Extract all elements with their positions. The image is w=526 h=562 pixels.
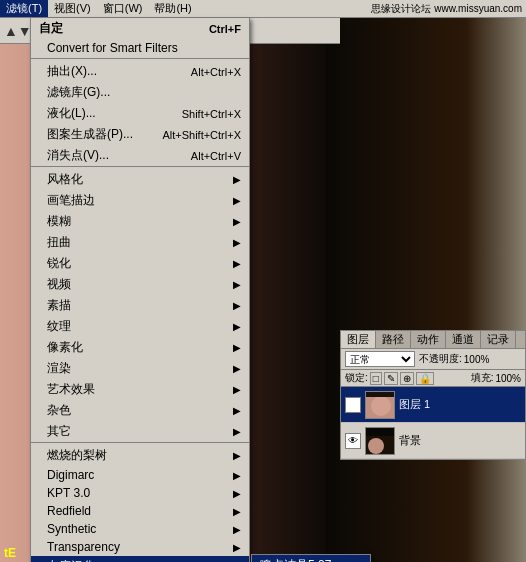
lock-icon-pixels[interactable]: □ (370, 372, 382, 385)
layer-1-visibility-icon[interactable]: 👁 (345, 397, 361, 413)
menu-item-sketch[interactable]: 素描 ▶ (31, 295, 249, 316)
menu-item-noise[interactable]: 杂色 ▶ (31, 400, 249, 421)
menu-item-pattern-maker[interactable]: 图案生成器(P)... Alt+Shift+Ctrl+X (31, 124, 249, 145)
menu-item-video[interactable]: 视频 ▶ (31, 274, 249, 295)
menu-item-burning-pear-label: 燃烧的梨树 (47, 447, 107, 464)
menu-item-kpt[interactable]: KPT 3.0 ▶ (31, 484, 249, 502)
tab-channels-label: 通道 (452, 332, 474, 347)
layer-bg-thumbnail (365, 427, 395, 455)
lock-label: 锁定: (345, 371, 368, 385)
menu-item-burning-pear[interactable]: 燃烧的梨树 ▶ (31, 445, 249, 466)
arrow-icon-texture: ▶ (233, 321, 241, 332)
menu-item-vanishing-point-label: 消失点(V)... (47, 147, 109, 164)
layer-bg-name: 背景 (399, 433, 521, 448)
menu-item-sharpen[interactable]: 锐化 ▶ (31, 253, 249, 274)
layer-bg-visibility-icon[interactable]: 👁 (345, 433, 361, 449)
menu-bar-item-filter[interactable]: 滤镜(T) (0, 0, 48, 17)
svg-rect-5 (366, 428, 395, 436)
menu-item-extract-shortcut: Alt+Ctrl+X (191, 66, 241, 78)
arrow-icon-transparency: ▶ (233, 542, 241, 553)
menu-item-liquify-shortcut: Shift+Ctrl+X (182, 108, 241, 120)
menu-item-qidu[interactable]: 七度汉化 ▶ 噢点洁具5.07 (31, 556, 249, 562)
menu-item-liquify[interactable]: 液化(L)... Shift+Ctrl+X (31, 103, 249, 124)
menu-item-stylize-label: 风格化 (47, 171, 83, 188)
menu-item-pattern-maker-shortcut: Alt+Shift+Ctrl+X (162, 129, 241, 141)
arrow-icon-video: ▶ (233, 279, 241, 290)
menu-item-stylize[interactable]: 风格化 ▶ (31, 169, 249, 190)
tab-channels[interactable]: 通道 (446, 331, 481, 348)
menu-item-extract-label: 抽出(X)... (47, 63, 97, 80)
menu-item-redfield-label: Redfield (47, 504, 91, 518)
menu-item-artistic[interactable]: 艺术效果 ▶ (31, 379, 249, 400)
menu-item-render[interactable]: 渲染 ▶ (31, 358, 249, 379)
menu-item-other[interactable]: 其它 ▶ (31, 421, 249, 443)
tab-history-label: 记录 (487, 332, 509, 347)
opacity-label: 不透明度: (419, 352, 462, 366)
menu-item-brush-strokes-label: 画笔描边 (47, 192, 95, 209)
arrow-icon-sketch: ▶ (233, 300, 241, 311)
arrow-icon-synthetic: ▶ (233, 524, 241, 535)
arrow-icon-noise: ▶ (233, 405, 241, 416)
menu-item-synthetic[interactable]: Synthetic ▶ (31, 520, 249, 538)
menu-bar-item-view[interactable]: 视图(V) (48, 0, 97, 17)
tab-actions[interactable]: 动作 (411, 331, 446, 348)
menu-item-brush-strokes[interactable]: 画笔描边 ▶ (31, 190, 249, 211)
lock-icon-all[interactable]: 🔒 (416, 372, 434, 385)
menu-item-digimarc-label: Digimarc (47, 468, 94, 482)
top-info-bar: 思缘设计论坛 www.missyuan.com (340, 0, 526, 18)
menu-item-filter-gallery-label: 滤镜库(G)... (47, 84, 110, 101)
menu-item-texture[interactable]: 纹理 ▶ (31, 316, 249, 337)
arrow-icon-render: ▶ (233, 363, 241, 374)
menu-item-blur[interactable]: 模糊 ▶ (31, 211, 249, 232)
blend-mode-select[interactable]: 正常 (345, 351, 415, 367)
svg-point-1 (371, 396, 391, 416)
menu-item-sharpen-label: 锐化 (47, 255, 71, 272)
menu-item-liquify-label: 液化(L)... (47, 105, 96, 122)
tab-layers[interactable]: 图层 (341, 331, 376, 348)
menu-item-blur-label: 模糊 (47, 213, 71, 230)
lock-icon-move[interactable]: ✎ (384, 372, 398, 385)
arrow-icon-distort: ▶ (233, 237, 241, 248)
menu-item-noise-label: 杂色 (47, 402, 71, 419)
menu-item-filter-gallery[interactable]: 滤镜库(G)... (31, 82, 249, 103)
arrow-icon-sharpen: ▶ (233, 258, 241, 269)
submenu-item-qidu[interactable]: 噢点洁具5.07 (252, 555, 370, 562)
bottom-label: tE (0, 544, 20, 562)
tab-actions-label: 动作 (417, 332, 439, 347)
menu-item-vanishing-point[interactable]: 消失点(V)... Alt+Ctrl+V (31, 145, 249, 167)
fill-label: 填充: (471, 371, 494, 385)
menu-item-custom-label: 自定 (39, 20, 63, 37)
submenu-item-qidu-label: 噢点洁具5.07 (260, 557, 331, 562)
fill-value: 100% (495, 373, 521, 384)
menu-bar-item-help[interactable]: 帮助(H) (148, 0, 197, 17)
menu-item-smart-filters[interactable]: Convert for Smart Filters (31, 39, 249, 59)
layer-1-thumbnail (365, 391, 395, 419)
layer-row-1[interactable]: 👁 图层 1 (341, 387, 525, 423)
menu-item-pixelate[interactable]: 像素化 ▶ (31, 337, 249, 358)
qidu-submenu: 噢点洁具5.07 (251, 554, 371, 562)
layer-row-bg[interactable]: 👁 背景 (341, 423, 525, 459)
menu-item-redfield[interactable]: Redfield ▶ (31, 502, 249, 520)
arrow-icon-burning-pear: ▶ (233, 450, 241, 461)
tab-paths[interactable]: 路径 (376, 331, 411, 348)
menu-item-distort-label: 扭曲 (47, 234, 71, 251)
fill-control: 填充: 100% (471, 371, 521, 385)
menu-item-distort[interactable]: 扭曲 ▶ (31, 232, 249, 253)
menu-item-extract[interactable]: 抽出(X)... Alt+Ctrl+X (31, 61, 249, 82)
layers-tabs: 图层 路径 动作 通道 记录 (341, 331, 525, 349)
lock-icon-pos[interactable]: ⊕ (400, 372, 414, 385)
opacity-value: 100% (464, 354, 490, 365)
arrow-icon-blur: ▶ (233, 216, 241, 227)
tab-history[interactable]: 记录 (481, 331, 516, 348)
menu-item-transparency[interactable]: Transparency ▶ (31, 538, 249, 556)
menu-item-video-label: 视频 (47, 276, 71, 293)
menu-item-custom-shortcut: Ctrl+F (209, 23, 241, 35)
menu-item-digimarc[interactable]: Digimarc ▶ (31, 466, 249, 484)
menu-bar-item-window[interactable]: 窗口(W) (97, 0, 149, 17)
menu-item-transparency-label: Transparency (47, 540, 120, 554)
svg-point-4 (368, 438, 384, 454)
menu-item-custom[interactable]: 自定 Ctrl+F (31, 18, 249, 39)
app-title: 思缘设计论坛 www.missyuan.com (371, 2, 522, 16)
layer-1-name: 图层 1 (399, 397, 521, 412)
arrow-icon-stylize: ▶ (233, 174, 241, 185)
